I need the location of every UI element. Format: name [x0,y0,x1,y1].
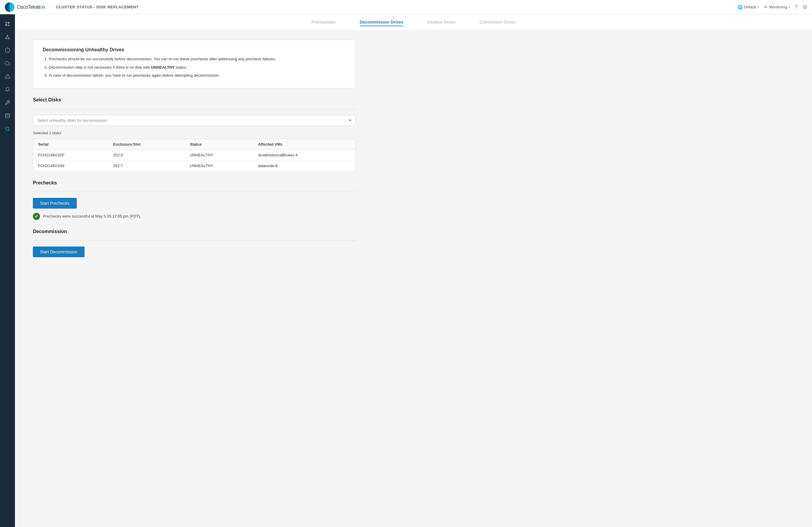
chevron-down-icon: ▾ [349,118,351,122]
sidebar-item-topology[interactable] [1,31,13,43]
select-disks-section: Select Disks Select unhealthy disks for … [33,97,356,171]
svg-rect-2 [5,24,7,26]
info-point-1: Prechecks should be run successfully bef… [49,56,346,62]
disk-dropdown-placeholder: Select unhealthy disks for decommission [37,118,107,123]
content-area: Decommissioning Unhealthy Drives Prechec… [15,31,374,275]
svg-point-12 [5,114,10,115]
sidebar-item-alerts[interactable] [1,71,13,82]
svg-rect-3 [8,25,10,26]
divider-3 [33,240,356,241]
col-serial: Serial [33,139,108,150]
sidebar-item-storage[interactable] [1,110,13,122]
sidebar-item-dashboard[interactable] [1,18,13,30]
monitoring-selector[interactable]: 👁 Monitoring ▾ [764,5,790,10]
top-nav: CiscoTetration​ CLUSTER STATUS - DISK RE… [0,0,812,14]
info-box-title: Decommissioning Unhealthy Drives [43,47,346,52]
tab-replace[interactable]: Replace Drives [427,18,455,26]
svg-line-7 [6,36,8,38]
decommission-section: Decommission Start Decommission [33,229,356,257]
divider-1 [33,109,356,109]
selected-count: Selected 2 disks [33,131,356,135]
info-box-list: Prechecks should be run successfully bef… [43,56,346,78]
cell-vms-2: datanode-6 [253,160,355,171]
tab-prerequisites[interactable]: Prerequisites [311,18,336,26]
col-slot: Enclosure:Slot [108,139,185,150]
prechecks-success-message: Prechecks were successful at May 5 05:17… [43,214,141,219]
step-tabs: Prerequisites Decommission Drives Replac… [15,14,812,31]
cell-status-1: UNHEALTHY [185,150,253,160]
svg-rect-0 [5,22,7,23]
svg-point-13 [5,127,9,131]
page-title: CLUSTER STATUS - DISK REPLACEMENT [51,5,139,9]
disk-dropdown[interactable]: Select unhealthy disks for decommission … [33,115,356,126]
info-point-3: In case of decommission failure, you hav… [49,73,346,78]
logo-area: CiscoTetration​ [5,2,45,12]
start-prechecks-button[interactable]: Start Prechecks [33,198,77,209]
info-box: Decommissioning Unhealthy Drives Prechec… [33,40,356,88]
cell-serial-1: FCH2148V1EP [33,150,108,160]
default-selector[interactable]: 🌐 Default ▾ [738,5,759,10]
cell-serial-2: FCH2148V1N9 [33,160,108,171]
table-body: FCH2148V1EP 252:3 UNHEALTHY druidHistori… [33,150,356,171]
cell-status-2: UNHEALTHY [185,160,253,171]
sidebar [0,14,15,527]
info-point-2: Decommission step is not necessary if th… [49,64,346,71]
table-row: FCH2148V1N9 252:7 UNHEALTHY datanode-6 [33,160,356,171]
app-body: Prerequisites Decommission Drives Replac… [0,14,812,527]
app-name: CiscoTetration​ [17,4,45,10]
sidebar-item-security[interactable] [1,44,13,56]
disk-table: Serial Enclosure:Slot Status Affected VM… [33,139,356,171]
svg-point-4 [7,35,8,36]
start-decommission-button[interactable]: Start Decommission [33,246,85,257]
cisco-logo [5,2,14,12]
select-disks-title: Select Disks [33,97,356,103]
svg-line-8 [8,36,9,38]
nav-right: 🌐 Default ▾ 👁 Monitoring ▾ ? ⚙ [738,4,807,11]
help-icon[interactable]: ? [795,4,798,10]
prechecks-section: Prechecks Start Prechecks Prechecks were… [33,180,356,220]
cell-slot-2: 252:7 [108,160,185,171]
cell-vms-1: druidHistoricalBroker-4 [253,150,355,160]
cell-slot-1: 252:3 [108,150,185,160]
sidebar-item-maintenance[interactable] [1,123,13,135]
table-header: Serial Enclosure:Slot Status Affected VM… [33,139,356,150]
table-header-row: Serial Enclosure:Slot Status Affected VM… [33,139,356,150]
divider-2 [33,192,356,192]
sidebar-item-cloud[interactable] [1,57,13,69]
col-status: Status [185,139,253,150]
col-vms: Affected VMs [253,139,355,150]
decommission-title: Decommission [33,229,356,234]
sidebar-item-bell[interactable] [1,84,13,95]
tab-decommission[interactable]: Decommission Drives [360,18,403,26]
prechecks-success: Prechecks were successful at May 5 05:17… [33,213,356,220]
settings-icon[interactable]: ⚙ [802,4,807,11]
sidebar-item-wrench[interactable] [1,97,13,109]
prechecks-title: Prechecks [33,180,356,186]
svg-rect-1 [8,22,10,24]
main-content: Prerequisites Decommission Drives Replac… [15,14,812,527]
tab-commission[interactable]: Commission Drives [479,18,516,26]
success-check-icon [33,213,40,220]
table-row: FCH2148V1EP 252:3 UNHEALTHY druidHistori… [33,150,356,160]
